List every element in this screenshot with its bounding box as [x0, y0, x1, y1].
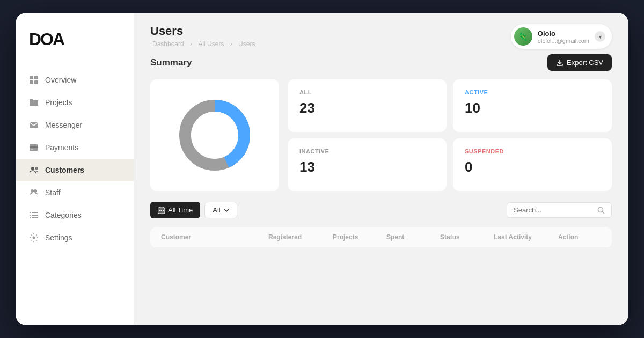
- search-input[interactable]: [514, 206, 594, 214]
- svg-rect-0: [30, 76, 33, 79]
- sidebar-label-customers: Customers: [45, 166, 84, 174]
- stats-grid: ALL 23 ACTIVE 10 INACTIVE 13: [288, 79, 612, 191]
- export-csv-button[interactable]: Export CSV: [547, 54, 612, 71]
- stat-label-inactive: INACTIVE: [299, 148, 435, 155]
- col-header-last-activity: Last Activity: [494, 233, 558, 241]
- col-header-registered: Registered: [268, 233, 333, 241]
- filters-row: All Time All: [150, 202, 612, 218]
- logo: DOA: [16, 30, 134, 69]
- sidebar-item-staff[interactable]: Staff: [16, 181, 134, 204]
- sidebar-item-overview[interactable]: Overview: [16, 69, 134, 91]
- breadcrumb-part-1: Dashboard: [152, 40, 184, 48]
- sidebar-item-categories[interactable]: Categories: [16, 204, 134, 226]
- time-filter-button[interactable]: All Time: [150, 202, 200, 218]
- sidebar-item-payments[interactable]: Payments: [16, 136, 134, 159]
- stat-label-active: ACTIVE: [465, 89, 600, 95]
- category-filter[interactable]: All: [204, 202, 237, 218]
- donut-chart: [172, 92, 258, 178]
- stat-card-active: ACTIVE 10: [453, 79, 612, 132]
- card-icon: [29, 143, 39, 152]
- stat-value-inactive: 13: [299, 159, 435, 175]
- sidebar-item-customers[interactable]: Customers: [16, 159, 134, 181]
- sidebar-label-projects: Projects: [45, 98, 72, 107]
- svg-rect-12: [32, 212, 38, 213]
- svg-rect-2: [30, 80, 33, 84]
- breadcrumb-part-3: Users: [238, 40, 255, 48]
- sidebar-item-settings[interactable]: Settings: [16, 226, 134, 249]
- col-header-status: Status: [440, 233, 494, 241]
- svg-rect-26: [163, 210, 164, 211]
- svg-rect-24: [159, 210, 160, 211]
- svg-point-8: [31, 167, 34, 170]
- user-info: Ololo ololol...@gmail.com: [538, 30, 589, 44]
- svg-rect-6: [30, 146, 38, 148]
- stat-value-active: 10: [465, 100, 600, 116]
- search-box[interactable]: [507, 202, 612, 218]
- logo-text: DOA: [29, 30, 121, 49]
- table-header: Customer Registered Projects Spent Statu…: [150, 227, 612, 248]
- stat-card-inactive: INACTIVE 13: [288, 138, 447, 191]
- page-title: Users: [150, 24, 257, 38]
- svg-rect-13: [30, 212, 31, 213]
- mail-icon: [29, 120, 39, 130]
- category-filter-label: All: [213, 206, 220, 214]
- user-name: Ololo: [538, 30, 589, 38]
- col-header-spent: Spent: [386, 233, 440, 241]
- content-area: Summary Export CSV: [134, 54, 628, 325]
- stat-value-all: 23: [299, 100, 435, 116]
- sidebar-label-messenger: Messenger: [45, 121, 82, 129]
- sidebar: DOA Overview Projects: [16, 13, 134, 325]
- stat-value-suspended: 0: [465, 159, 600, 175]
- sidebar-label-overview: Overview: [45, 76, 76, 84]
- svg-rect-17: [30, 217, 31, 218]
- breadcrumb: Dashboard › All Users › Users: [150, 40, 257, 48]
- filters-left: All Time All: [150, 202, 237, 218]
- svg-rect-25: [161, 210, 162, 211]
- main-content: Users Dashboard › All Users › Users 🦎 Ol…: [134, 13, 628, 325]
- svg-point-10: [31, 189, 34, 193]
- svg-rect-7: [31, 149, 33, 150]
- staff-icon: [29, 188, 39, 197]
- donut-chart-card: [150, 79, 279, 191]
- stat-label-suspended: SUSPENDED: [465, 148, 600, 155]
- stat-label-all: ALL: [299, 89, 435, 95]
- time-filter-label: All Time: [168, 206, 193, 214]
- page-header: Users Dashboard › All Users › Users 🦎 Ol…: [134, 13, 628, 54]
- svg-rect-16: [32, 217, 38, 218]
- user-badge[interactable]: 🦎 Ololo ololol...@gmail.com ▾: [511, 24, 612, 49]
- user-email: ololol...@gmail.com: [538, 38, 589, 44]
- avatar: 🦎: [514, 27, 532, 46]
- sidebar-label-categories: Categories: [45, 211, 82, 219]
- col-header-action: Action: [558, 233, 601, 241]
- svg-point-18: [33, 237, 35, 239]
- col-header-projects: Projects: [333, 233, 386, 241]
- grid-icon: [29, 75, 39, 85]
- svg-rect-14: [32, 215, 38, 216]
- summary-section-header: Summary Export CSV: [150, 54, 612, 71]
- export-icon: [556, 59, 564, 67]
- svg-rect-15: [30, 215, 31, 216]
- svg-rect-3: [34, 80, 38, 84]
- svg-rect-1: [34, 76, 38, 79]
- customers-table: Customer Registered Projects Spent Statu…: [150, 227, 612, 248]
- summary-row: ALL 23 ACTIVE 10 INACTIVE 13: [150, 79, 612, 191]
- sidebar-label-staff: Staff: [45, 188, 61, 197]
- users-icon: [29, 165, 39, 175]
- chevron-down-icon[interactable]: ▾: [595, 31, 605, 42]
- sidebar-item-projects[interactable]: Projects: [16, 91, 134, 114]
- folder-icon: [29, 98, 39, 107]
- svg-rect-4: [30, 122, 38, 128]
- gear-icon: [29, 233, 39, 243]
- svg-point-11: [34, 189, 37, 193]
- sidebar-label-payments: Payments: [45, 143, 78, 152]
- breadcrumb-part-2: All Users: [198, 40, 224, 48]
- sidebar-label-settings: Settings: [45, 233, 72, 242]
- summary-title: Summary: [150, 57, 192, 68]
- page-title-group: Users Dashboard › All Users › Users: [150, 24, 257, 48]
- search-icon: [597, 207, 605, 214]
- svg-point-9: [35, 167, 38, 170]
- col-header-customer: Customer: [161, 233, 268, 241]
- calendar-icon: [158, 207, 165, 214]
- sidebar-item-messenger[interactable]: Messenger: [16, 114, 134, 136]
- dropdown-icon: [224, 209, 229, 212]
